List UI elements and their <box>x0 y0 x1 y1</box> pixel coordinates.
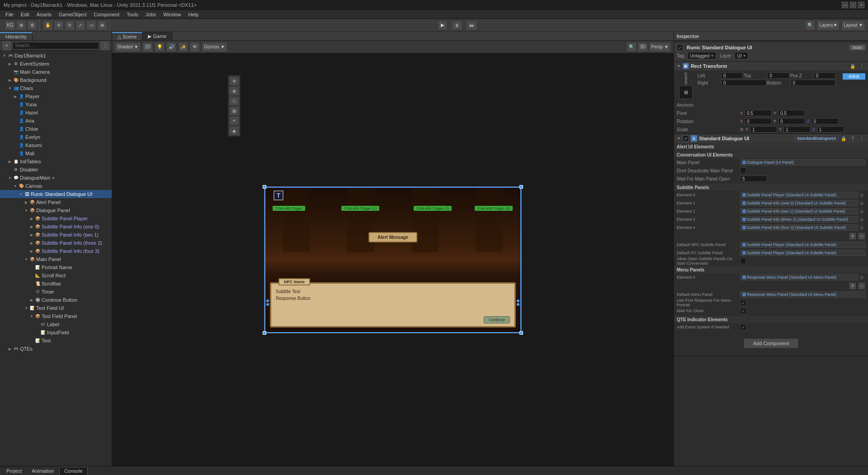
layers-dropdown[interactable]: Layers ▼ <box>817 20 840 30</box>
tree-item-dialoguemain[interactable]: ▼💬DialogueMain ● <box>0 174 112 182</box>
component-active-checkbox[interactable] <box>683 135 689 142</box>
help2-icon[interactable]: ? <box>849 135 856 142</box>
tree-item-eventsystem[interactable]: ▶⚙EventSystem <box>0 60 112 68</box>
pause-button[interactable]: ⏸ <box>451 20 462 30</box>
menu-edit[interactable]: Edit <box>17 10 33 19</box>
el0-more[interactable]: ⊙ <box>858 191 865 199</box>
rot-y[interactable]: 0 <box>778 118 805 124</box>
scene-search[interactable]: 🔍 <box>627 42 637 52</box>
subtitle-el2-ref[interactable]: Subtitle Panel Info (two 1) (Standard UI… <box>740 208 858 214</box>
allow-open-checkbox[interactable] <box>740 258 746 264</box>
tree-item-timer[interactable]: ⏱Timer <box>0 288 112 296</box>
tree-item-chloe[interactable]: 👤Chloe <box>0 125 112 133</box>
subtitle-add-btn[interactable]: + <box>849 233 856 240</box>
tree-item-textfield-panel[interactable]: ▼📦Text Field Panel <box>0 312 112 320</box>
tree-item-evelyn[interactable]: 👤Evelyn <box>0 133 112 141</box>
hand-tool[interactable]: ✋ <box>43 20 53 30</box>
add-component-button[interactable]: Add Component <box>744 338 799 348</box>
tree-item-main-panel[interactable]: ▼📦Main Panel <box>0 255 112 263</box>
tree-item-dialogue-panel[interactable]: ▼📦Dialogue Panel <box>0 206 112 214</box>
tab-game[interactable]: ▶ Game <box>142 32 172 40</box>
tree-item-continue-btn[interactable]: ▶🔘Continue Button <box>0 296 112 304</box>
default-menu-ref[interactable]: Response Menu Panel (Standard UI Menu Pa… <box>740 291 865 298</box>
tree-item-subtitle-player[interactable]: ▶📦Subtitle Panel Player <box>0 214 112 223</box>
subtitle-el1-ref[interactable]: Subtitle Panel Info (one 0) (Standard UI… <box>740 200 858 206</box>
tree-item-scroll-rect[interactable]: 📐Scroll Rect <box>0 271 112 280</box>
el2-more[interactable]: ⊙ <box>858 208 865 215</box>
active-checkbox[interactable] <box>677 44 683 51</box>
scale-tool[interactable]: ⤢ <box>75 20 85 30</box>
blueprint-icon[interactable]: ⊞⊞⊞ <box>843 73 865 80</box>
hierarchy-tab[interactable]: Hierarchy <box>0 32 33 40</box>
menu-file[interactable]: File <box>2 10 17 19</box>
menu-help[interactable]: Help <box>184 10 202 19</box>
side-tool-5[interactable]: ⌖ <box>229 116 239 125</box>
tree-item-inputfield[interactable]: 📝InputField <box>0 328 112 337</box>
tree-item-textfield-ui[interactable]: ▼📝Text Field UI <box>0 304 112 312</box>
tab-project[interactable]: Project <box>2 467 26 475</box>
lock-icon[interactable]: 🔒 <box>849 62 856 70</box>
menu-jobs[interactable]: Jobs <box>142 10 160 19</box>
rect-tool[interactable]: ▭ <box>86 20 96 30</box>
rot-z[interactable]: 0 <box>811 118 839 124</box>
wait-val[interactable]: 5 <box>740 176 767 182</box>
menu-component[interactable]: Component <box>90 10 123 19</box>
kg-button[interactable]: KG <box>5 20 15 30</box>
scene-view-dropdown[interactable]: Shaded ▼ <box>115 42 141 52</box>
tree-item-disabler[interactable]: ⚙Disabler <box>0 166 112 174</box>
handle-bl[interactable] <box>263 331 266 335</box>
toolbar-icon2[interactable]: ⚙ <box>27 20 37 30</box>
menu-el0-more[interactable]: ⊙ <box>858 274 865 281</box>
maximize-button[interactable]: □ <box>850 2 856 8</box>
tree-item-runic-dialogue[interactable]: ▼🖼Runic Standard Dialogue UI <box>0 190 112 198</box>
tree-item-label[interactable]: 🏷Label <box>0 320 112 328</box>
scene-3d-btn[interactable]: 3D <box>637 42 648 52</box>
tree-item-chars[interactable]: ▼👥Chars <box>0 84 112 92</box>
scene-audio-btn[interactable]: 🔊 <box>166 42 176 52</box>
side-tool-1[interactable]: ✛ <box>229 76 239 86</box>
search-icon[interactable]: 🔍 <box>805 20 815 30</box>
tree-item-text[interactable]: 📝Text <box>0 337 112 345</box>
side-tool-3[interactable]: □ <box>229 96 239 105</box>
subtitle-el4-ref[interactable]: Subtitle Panel Info (four 3) (Standard U… <box>740 224 858 231</box>
tree-item-kasumi[interactable]: 👤Kasumi <box>0 141 112 149</box>
scene-light-btn[interactable]: 💡 <box>155 42 165 52</box>
wait-close-checkbox[interactable]: ✓ <box>740 308 746 314</box>
tree-item-alert-panel[interactable]: ▶📦Alert Panel <box>0 198 112 206</box>
side-tool-2[interactable]: ⊕ <box>229 86 239 95</box>
menu-add-btn[interactable]: + <box>849 282 856 290</box>
menu-window[interactable]: Window <box>160 10 184 19</box>
posz-field[interactable]: 0 <box>814 72 835 79</box>
tree-item-aria[interactable]: 👤Aria <box>0 117 112 125</box>
step-button[interactable]: ⏭ <box>466 20 477 30</box>
subtitle-el0-ref[interactable]: Subtitle Panel Player (Standard UI Subti… <box>740 192 858 198</box>
stretch-icon[interactable]: ⊞ <box>679 86 693 99</box>
handle-br[interactable] <box>519 331 523 335</box>
subtitle-remove-btn[interactable]: − <box>858 233 865 240</box>
side-tool-6[interactable]: ◈ <box>229 126 239 135</box>
more2-icon[interactable]: ⋮ <box>858 135 865 142</box>
tab-scene[interactable]: △ Scene <box>112 32 142 40</box>
scale-z[interactable]: 1 <box>817 126 844 133</box>
tree-item-subtitle-four[interactable]: ▶📦Subtitle Panel Info (four 3) <box>0 247 112 255</box>
toolbar-icon1[interactable]: ⊕ <box>16 20 26 30</box>
handle-tl[interactable] <box>263 185 266 189</box>
el1-more[interactable]: ⊙ <box>858 200 865 207</box>
scale-x[interactable]: 1 <box>750 126 777 133</box>
bottom-field[interactable]: 0 <box>791 80 836 86</box>
top-field[interactable]: 0 <box>767 72 789 79</box>
tree-item-subtitle-three[interactable]: ▶📦Subtitle Panel Info (three 2) <box>0 239 112 247</box>
tag-dropdown[interactable]: Untagged▼ <box>688 52 716 59</box>
play-button[interactable]: ▶ <box>438 20 448 30</box>
tree-item-hazel[interactable]: 👤Hazel <box>0 109 112 117</box>
static-badge[interactable]: Static <box>849 45 865 50</box>
standard-dialogue-header[interactable]: ▼ S Standard Dialogue UI StandardDialogu… <box>674 134 868 143</box>
dont-deactivate-checkbox[interactable] <box>740 167 746 174</box>
more-icon[interactable]: ⋮ <box>858 62 865 70</box>
scene-gizmos-btn[interactable]: Gizmos ▼ <box>202 42 227 52</box>
tab-console[interactable]: Console <box>59 467 87 475</box>
menu-assets[interactable]: Assets <box>33 10 55 19</box>
hierarchy-search[interactable] <box>13 42 99 49</box>
transform-tool[interactable]: ⊕ <box>97 20 107 30</box>
el4-more[interactable]: ⊙ <box>858 224 865 231</box>
